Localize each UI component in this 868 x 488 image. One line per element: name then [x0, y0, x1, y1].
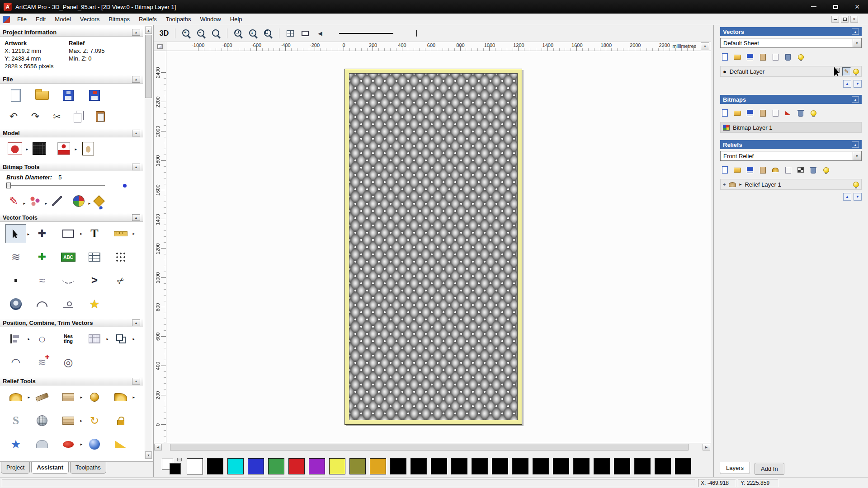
quilted-relief-bitmap[interactable] — [349, 73, 518, 420]
weave-wizard-button[interactable] — [32, 411, 52, 430]
maximize-button[interactable] — [825, 0, 846, 14]
create-text-button[interactable]: T — [84, 224, 105, 243]
bitmap-to-vector-button[interactable] — [110, 248, 131, 267]
draw-button[interactable]: ✎ — [5, 194, 22, 208]
bitmap-layer-row[interactable]: Bitmap Layer 1 — [720, 122, 862, 133]
palette-swatch[interactable] — [472, 458, 488, 474]
tab-toolpaths[interactable]: Toolpaths — [70, 462, 106, 474]
open-relief-button[interactable] — [733, 166, 742, 174]
calculate-relief-button[interactable] — [771, 166, 780, 174]
layer-name[interactable]: Relief Layer 1 — [745, 181, 781, 188]
bezier-edit-button[interactable] — [58, 271, 79, 290]
colour-picker-button[interactable] — [49, 194, 65, 208]
texture-relief-button[interactable] — [84, 435, 105, 454]
palette-swatch[interactable] — [268, 458, 284, 474]
delete-sheet-button[interactable] — [783, 53, 793, 61]
delete-layer-button[interactable] — [796, 109, 805, 117]
menu-item[interactable]: Help — [226, 14, 247, 24]
undo-button[interactable]: ↶ — [5, 109, 22, 124]
layer-name[interactable]: Bitmap Layer 1 — [733, 124, 772, 131]
save-bitmap-button[interactable] — [745, 109, 755, 117]
toggle-all-visible-button[interactable] — [796, 53, 805, 61]
palette-swatch[interactable] — [410, 458, 427, 474]
mdi-minimize-button[interactable] — [831, 16, 839, 23]
menu-item[interactable]: Reliefs — [134, 14, 161, 24]
collapse-section-button[interactable]: ▲ — [132, 76, 140, 83]
menu-item[interactable]: Vectors — [75, 14, 104, 24]
collapse-section-button[interactable]: ▲ — [132, 214, 140, 221]
palette-swatch[interactable] — [533, 458, 549, 474]
palette-swatch[interactable] — [248, 458, 264, 474]
create-polyline-button[interactable]: ✚ — [32, 248, 52, 267]
zoom-1to1-button[interactable] — [246, 27, 260, 40]
mdi-restore-button[interactable] — [841, 16, 849, 23]
collapse-section-button[interactable]: ▲ — [132, 29, 140, 36]
left-panel-scrollbar[interactable]: ▲ ▼ — [145, 26, 152, 459]
offset-vectors-button[interactable]: ≋ — [5, 248, 26, 267]
collapse-section-button[interactable]: ▲ — [852, 141, 859, 148]
shape-editor-button[interactable] — [84, 388, 105, 407]
tab-project[interactable]: Project — [1, 462, 30, 474]
circular-copy-button[interactable]: ◌ — [32, 329, 52, 348]
insert-node-button[interactable] — [58, 295, 79, 314]
palette-swatch[interactable] — [492, 458, 508, 474]
relief-selector[interactable]: Front Relief ▼ — [720, 151, 862, 161]
extra-relief-button-2[interactable] — [32, 458, 52, 461]
palette-swatch[interactable] — [614, 458, 630, 474]
palette-swatch[interactable] — [451, 458, 467, 474]
palette-swatch[interactable] — [390, 458, 406, 474]
measure-button[interactable] — [110, 224, 131, 243]
open-bitmap-button[interactable] — [733, 109, 742, 117]
zoom-fit-button[interactable] — [261, 27, 275, 40]
sheet-selector[interactable]: Default Sheet ▼ — [720, 38, 862, 48]
add-material-button[interactable] — [58, 388, 79, 407]
new-model-button[interactable] — [5, 86, 26, 105]
vector-doctor-button[interactable]: ≋ ✚ — [32, 353, 52, 372]
trim-vectors-button[interactable]: ✂ — [110, 271, 131, 290]
scrollbar-thumb[interactable] — [170, 444, 689, 450]
canvas-horizontal-scrollbar[interactable]: ◀ ▶ — [154, 443, 711, 450]
2d-view-canvas[interactable] — [166, 51, 711, 443]
dropdown-icon[interactable]: ▼ — [853, 152, 861, 160]
extrude-button[interactable] — [5, 295, 26, 314]
palette-swatch[interactable] — [288, 458, 305, 474]
palette-swatch[interactable] — [512, 458, 528, 474]
zoom-box-button[interactable] — [231, 27, 245, 40]
palette-swatch[interactable] — [349, 458, 366, 474]
brush-diameter-slider[interactable] — [6, 182, 133, 190]
palette-button[interactable] — [71, 194, 87, 208]
snap-object-button[interactable] — [298, 27, 312, 40]
palette-swatch[interactable] — [431, 458, 447, 474]
model-panel[interactable] — [344, 69, 522, 425]
palette-swatch[interactable] — [573, 458, 590, 474]
collapse-section-button[interactable]: ▲ — [852, 28, 859, 35]
scroll-left-button[interactable]: ◀ — [154, 444, 162, 450]
slider-handle[interactable] — [6, 183, 11, 188]
ruler-units-dropdown[interactable]: ▼ — [701, 42, 709, 50]
paste-button[interactable] — [92, 109, 108, 124]
extra-relief-button-1[interactable] — [5, 458, 26, 461]
dropdown-icon[interactable]: ▼ — [853, 39, 861, 47]
wedge-button[interactable] — [110, 435, 131, 454]
weld-vectors-button[interactable] — [110, 329, 131, 348]
menu-item[interactable]: Model — [50, 14, 75, 24]
adjust-model-button[interactable] — [30, 140, 49, 158]
palette-swatch[interactable] — [594, 458, 610, 474]
move-layer-up-button[interactable]: ▲ — [843, 80, 851, 88]
lock-relief-button[interactable] — [110, 411, 131, 430]
collapse-section-button[interactable]: ▲ — [852, 96, 859, 103]
palette-swatch[interactable] — [187, 458, 203, 474]
layer-name[interactable]: Default Layer — [730, 68, 764, 75]
save-vectors-button[interactable] — [745, 53, 755, 61]
delete-layer-button[interactable] — [809, 166, 818, 174]
palette-swatch[interactable] — [227, 458, 244, 474]
envelope-distort-button[interactable] — [32, 435, 52, 454]
transform-vectors-button[interactable]: ✚ — [32, 224, 52, 243]
scrollbar-thumb[interactable] — [145, 35, 152, 98]
snap-grid-button[interactable] — [283, 27, 297, 40]
line-width-preview[interactable] — [339, 33, 393, 34]
smudge-button[interactable] — [58, 435, 79, 454]
new-sheet-button[interactable] — [720, 53, 729, 61]
layer-visibility-icon[interactable] — [853, 69, 859, 75]
palette-swatch[interactable] — [675, 458, 691, 474]
